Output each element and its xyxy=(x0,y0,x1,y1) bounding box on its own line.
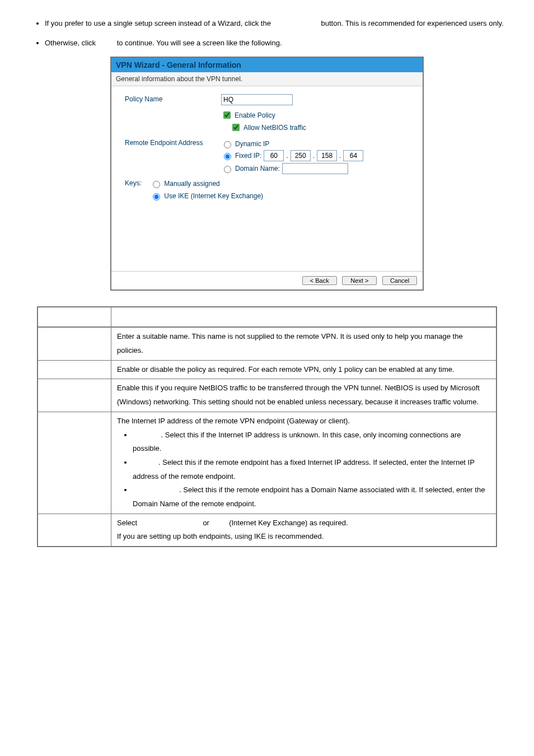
table-header-right xyxy=(111,307,497,327)
fixed-ip-c[interactable] xyxy=(317,150,337,161)
row-label xyxy=(38,379,111,412)
fixed-ip-d[interactable] xyxy=(343,150,363,161)
keys-ike-label: Use IKE (Internet Key Exchange) xyxy=(164,192,263,200)
table-header-left xyxy=(38,307,111,327)
text: button. This is recommended for experien… xyxy=(321,19,504,27)
row-label xyxy=(38,360,111,379)
text: . Select this if the Internet IP address… xyxy=(133,431,461,453)
allow-netbios-checkbox[interactable] xyxy=(232,124,240,131)
row-desc: The Internet IP address of the remote VP… xyxy=(111,412,497,514)
row-label xyxy=(38,514,111,547)
wizard-title: VPN Wizard - General Information xyxy=(111,58,423,72)
fixed-ip-radio[interactable] xyxy=(224,153,231,160)
dynamic-ip-label: Dynamic IP xyxy=(235,140,269,148)
text: The Internet IP address of the remote VP… xyxy=(117,417,350,425)
wizard-dialog: VPN Wizard - General Information General… xyxy=(110,57,424,291)
row-label xyxy=(38,327,111,360)
intro-bullet-1: If you prefer to use a single setup scre… xyxy=(45,17,512,31)
keys-manual-label: Manually assigned xyxy=(164,180,219,188)
list-item: Domain Name. Select this if the remote e… xyxy=(133,483,490,511)
wizard-subtitle: General information about the VPN tunnel… xyxy=(111,72,423,86)
text: If you prefer to use a single setup scre… xyxy=(45,19,273,27)
fixed-ip-a[interactable] xyxy=(264,150,284,161)
keys-label: Keys: xyxy=(125,179,148,187)
text: Select xyxy=(117,519,139,527)
text: . Select this if the remote endpoint has… xyxy=(133,458,475,480)
keys-ike-radio[interactable] xyxy=(153,193,160,200)
text: (Internet Key Exchange) as required. xyxy=(229,519,348,527)
domain-name-label: Domain Name: xyxy=(235,165,280,172)
text: If you are setting up both endpoints, us… xyxy=(117,532,324,540)
row-label xyxy=(38,412,111,514)
description-table: Enter a suitable name. This name is not … xyxy=(37,306,497,547)
enable-policy-checkbox[interactable] xyxy=(223,111,231,119)
list-item: Dynamic. Select this if the Internet IP … xyxy=(133,428,490,456)
text: or xyxy=(203,519,211,527)
intro-bullet-2: Otherwise, click to continue. You will s… xyxy=(45,36,512,50)
domain-name-input[interactable] xyxy=(282,163,348,174)
keys-manual-radio[interactable] xyxy=(153,181,160,188)
policy-name-label: Policy Name xyxy=(119,94,221,103)
text: to continue. You will see a screen like … xyxy=(117,39,282,47)
allow-netbios-label: Allow NetBIOS traffic xyxy=(243,124,306,132)
text: Otherwise, click xyxy=(45,39,98,47)
fixed-ip-label: Fixed IP: xyxy=(235,152,261,160)
row-desc: Enable or disable the policy as required… xyxy=(111,360,497,379)
dynamic-ip-radio[interactable] xyxy=(224,141,231,148)
row-desc: Enable this if you require NetBIOS traff… xyxy=(111,379,497,412)
row-desc: Enter a suitable name. This name is not … xyxy=(111,327,497,360)
back-button[interactable]: < Back xyxy=(302,276,337,285)
row-desc: Select or (Internet Key Exchange) as req… xyxy=(111,514,497,547)
policy-name-input[interactable] xyxy=(221,94,293,105)
enable-policy-label: Enable Policy xyxy=(235,111,275,119)
cancel-button[interactable]: Cancel xyxy=(382,276,417,285)
remote-endpoint-label: Remote Endpoint Address xyxy=(119,138,221,147)
fixed-ip-b[interactable] xyxy=(291,150,311,161)
next-button[interactable]: Next > xyxy=(342,276,377,285)
domain-name-radio[interactable] xyxy=(224,166,231,173)
text: . Select this if the remote endpoint has… xyxy=(133,486,485,508)
list-item: Fixed IP. Select this if the remote endp… xyxy=(133,456,490,483)
